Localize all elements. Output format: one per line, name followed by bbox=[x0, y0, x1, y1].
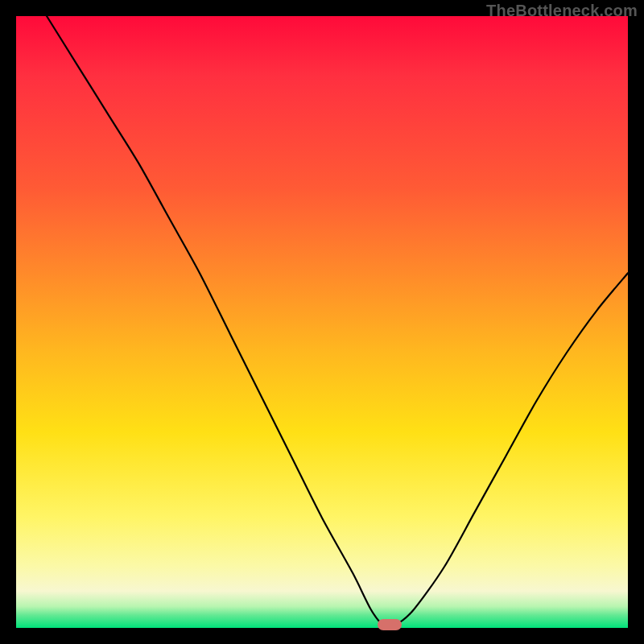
bottleneck-curve bbox=[16, 16, 628, 628]
plot-area bbox=[16, 16, 628, 628]
curve-path bbox=[47, 16, 628, 626]
chart-frame: TheBottleneck.com bbox=[0, 0, 644, 644]
watermark-text: TheBottleneck.com bbox=[486, 2, 638, 20]
optimal-marker bbox=[378, 619, 402, 630]
